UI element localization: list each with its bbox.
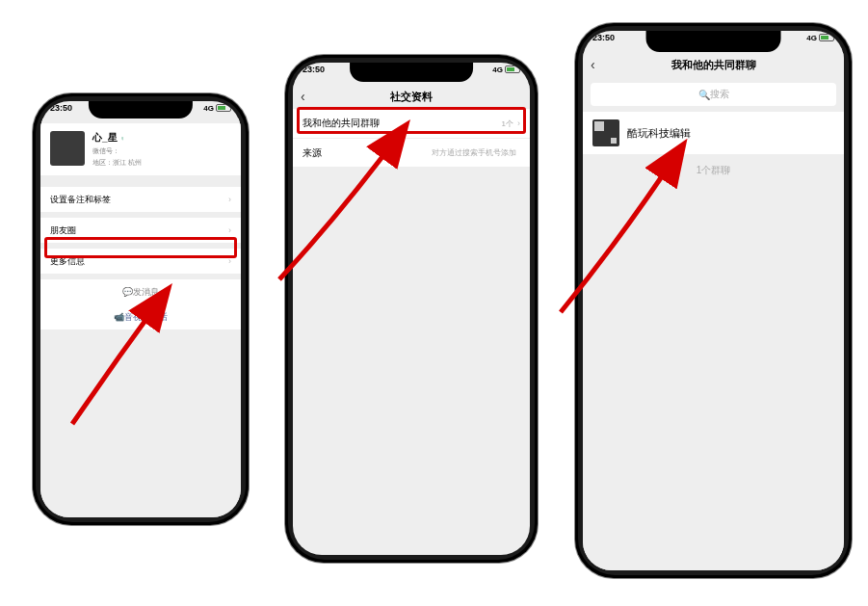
row-source: 来源 对方通过搜索手机号添加 [293,138,530,167]
header: ‹ 我和他的共同群聊 [583,52,844,77]
phone-mockup-1: 23:50 4G 心_星 ♀ 微信号： 地区：浙江 杭州 设置备注和标签› 朋友… [33,93,249,525]
status-time: 23:50 [302,65,325,74]
search-input[interactable]: 🔍 搜索 [591,83,836,106]
video-call-button[interactable]: 📹 音视频通话 [40,304,241,329]
wechat-id: 微信号： [92,146,142,156]
highlight-box [297,107,526,134]
status-time: 23:50 [592,33,615,42]
group-name: 酷玩科技编辑 [627,126,691,141]
notch [89,101,193,119]
row-common-groups[interactable]: 我和他的共同群聊 1个› [293,109,530,138]
row-remark[interactable]: 设置备注和标签› [40,187,241,212]
group-list-item[interactable]: 酷玩科技编辑 [583,112,844,154]
profile-section[interactable]: 心_星 ♀ 微信号： 地区：浙江 杭州 [40,123,241,175]
avatar[interactable] [50,131,85,166]
group-count-label: 1个群聊 [583,154,844,187]
notch [350,63,473,82]
notch [645,31,781,52]
profile-name: 心_星 [92,132,118,143]
region: 地区：浙江 杭州 [92,158,142,168]
send-message-button[interactable]: 💬 发消息 [40,279,241,304]
phone-mockup-3: 23:50 4G ‹ 我和他的共同群聊 🔍 搜索 酷玩科技编辑 1个群聊 [575,23,852,578]
chevron-right-icon: › [228,225,231,235]
highlight-box [44,237,237,258]
chevron-right-icon: › [228,195,231,204]
header: ‹ 社交资料 [293,84,530,109]
page-title: 我和他的共同群聊 [583,58,844,72]
phone-mockup-2: 23:50 4G ‹ 社交资料 我和他的共同群聊 1个› 来源 对方通过搜索手机… [285,55,538,563]
page-title: 社交资料 [293,90,530,104]
group-avatar [592,119,619,146]
status-time: 23:50 [50,103,72,113]
